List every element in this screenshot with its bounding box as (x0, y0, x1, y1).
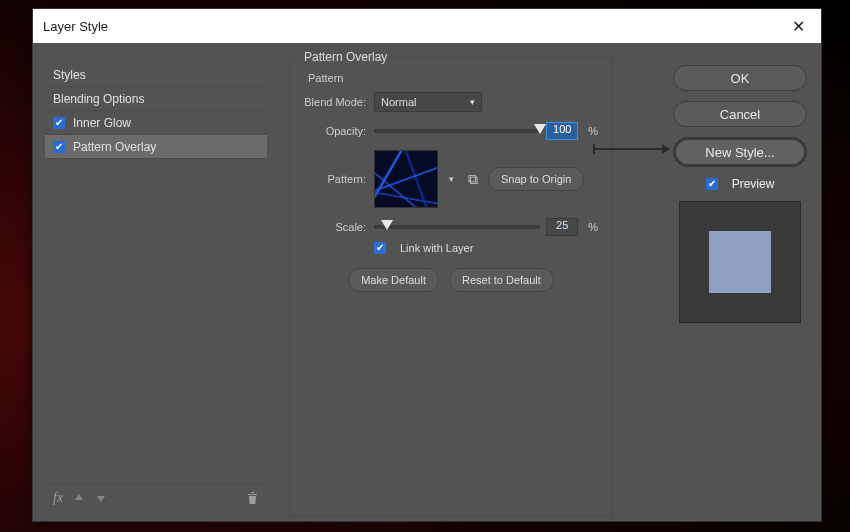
blend-mode-label: Blend Mode: (304, 96, 366, 108)
dialog-title: Layer Style (43, 19, 108, 34)
trash-icon[interactable] (246, 491, 259, 505)
preview-label: Preview (732, 177, 775, 191)
blending-options-label: Blending Options (53, 92, 144, 106)
opacity-label: Opacity: (304, 125, 366, 137)
styles-header[interactable]: Styles (45, 63, 267, 87)
new-style-button[interactable]: New Style... (673, 137, 807, 167)
opacity-slider[interactable] (374, 129, 540, 133)
move-down-icon[interactable] (95, 492, 107, 504)
right-panel: OK Cancel New Style... ✔ Preview (673, 65, 807, 323)
pattern-swatch[interactable] (374, 150, 438, 208)
scale-row: Scale: 25 % (304, 218, 598, 236)
styles-header-label: Styles (53, 68, 86, 82)
scale-unit: % (588, 221, 598, 233)
reset-to-default-button[interactable]: Reset to Default (449, 268, 554, 292)
preview-swatch (709, 231, 771, 293)
link-with-layer-row: ✔ Link with Layer (374, 242, 598, 254)
cancel-button[interactable]: Cancel (673, 101, 807, 127)
style-item-inner-glow[interactable]: ✔ Inner Glow (45, 111, 267, 135)
dialog-body: Styles Blending Options ✔ Inner Glow ✔ P… (33, 43, 821, 521)
slider-thumb-icon[interactable] (534, 124, 546, 134)
pattern-row: Pattern: ▾ ⧉ Snap to Origin (304, 150, 598, 208)
pattern-field-label: Pattern: (304, 173, 366, 185)
preview-thumbnail (679, 201, 801, 323)
opacity-field[interactable]: 100 (546, 122, 578, 140)
pattern-form: Blend Mode: Normal ▾ Opacity: 100 % (290, 84, 612, 292)
styles-list-footer: fx (45, 483, 267, 511)
layer-style-dialog: Layer Style ✕ Styles Blending Options ✔ … (32, 8, 822, 522)
move-up-icon[interactable] (73, 492, 85, 504)
create-new-preset-icon[interactable]: ⧉ (468, 171, 478, 188)
make-default-button[interactable]: Make Default (348, 268, 439, 292)
preview-toggle[interactable]: ✔ Preview (673, 177, 807, 191)
scale-field[interactable]: 25 (546, 218, 578, 236)
titlebar: Layer Style ✕ (33, 9, 821, 43)
checkbox-icon[interactable]: ✔ (53, 141, 65, 153)
ok-button[interactable]: OK (673, 65, 807, 91)
fx-icon[interactable]: fx (53, 490, 63, 506)
style-item-pattern-overlay[interactable]: ✔ Pattern Overlay (45, 135, 267, 159)
annotation-arrow-icon (595, 148, 669, 150)
snap-to-origin-button[interactable]: Snap to Origin (488, 167, 584, 191)
blending-options[interactable]: Blending Options (45, 87, 267, 111)
scale-label: Scale: (304, 221, 366, 233)
link-with-layer-label: Link with Layer (400, 242, 473, 254)
group-title: Pattern Overlay (300, 50, 391, 64)
checkbox-icon[interactable]: ✔ (374, 242, 386, 254)
chevron-down-icon: ▾ (470, 97, 475, 107)
scale-slider[interactable] (374, 225, 540, 229)
slider-thumb-icon[interactable] (381, 220, 393, 230)
opacity-row: Opacity: 100 % (304, 122, 598, 140)
blend-mode-value: Normal (381, 96, 416, 108)
style-item-label: Pattern Overlay (73, 140, 156, 154)
pattern-overlay-panel: Pattern Overlay Pattern Blend Mode: Norm… (289, 57, 613, 517)
blend-mode-select[interactable]: Normal ▾ (374, 92, 482, 112)
styles-list-panel: Styles Blending Options ✔ Inner Glow ✔ P… (45, 63, 267, 511)
checkbox-icon[interactable]: ✔ (53, 117, 65, 129)
blend-mode-row: Blend Mode: Normal ▾ (304, 92, 598, 112)
chevron-down-icon[interactable]: ▾ (444, 172, 458, 186)
checkbox-icon[interactable]: ✔ (706, 178, 718, 190)
default-buttons-row: Make Default Reset to Default (304, 268, 598, 292)
close-icon[interactable]: ✕ (786, 15, 811, 38)
style-item-label: Inner Glow (73, 116, 131, 130)
opacity-unit: % (588, 125, 598, 137)
